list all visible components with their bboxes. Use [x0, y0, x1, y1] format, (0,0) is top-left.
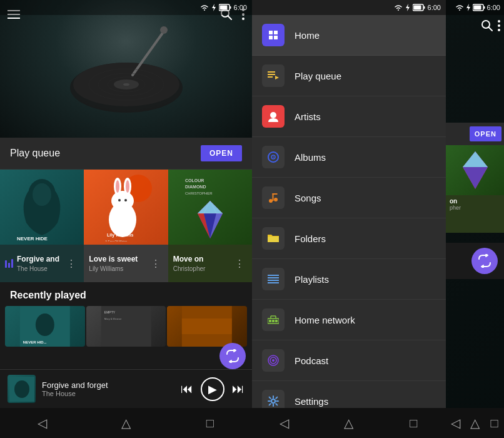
svg-line-16 — [228, 16, 232, 20]
playing-indicator — [5, 259, 13, 268]
menu-label-podcast: Podcast — [295, 355, 328, 366]
time-menu: 6:00 — [428, 4, 441, 11]
svg-marker-67 — [463, 151, 488, 167]
album-more-3[interactable]: ⋮ — [232, 255, 247, 272]
svg-point-84 — [274, 198, 278, 201]
svg-rect-72 — [274, 31, 278, 34]
back-nav-menu[interactable]: ◁ — [252, 408, 316, 438]
album-item-1[interactable]: NEVER HIDE for house Forgive and The Hou… — [0, 170, 84, 282]
album-info-3: Move on Christopher ⋮ — [168, 245, 252, 282]
svg-rect-1 — [229, 6, 231, 9]
menu-item-settings[interactable]: Settings — [252, 381, 446, 408]
svg-point-21 — [33, 183, 51, 206]
recent-item-3[interactable] — [167, 306, 247, 347]
albums-icon-wrap — [262, 146, 285, 168]
recently-played-items: NEVER HID... EMPTY Mary & Eleanor — [0, 306, 252, 350]
status-icons-left: 6:00 — [200, 4, 247, 11]
now-playing-thumbnail — [8, 375, 36, 403]
svg-text:Mary & Eleanor: Mary & Eleanor — [104, 317, 122, 320]
more-icon-right[interactable] — [498, 20, 500, 31]
album-text-3: Move on Christopher — [173, 255, 232, 273]
open-button[interactable]: OPEN — [201, 145, 242, 161]
album-more-2[interactable]: ⋮ — [148, 255, 163, 272]
svg-point-26 — [111, 191, 134, 211]
time-display-left: 6:00 — [234, 4, 247, 11]
album-subtitle-1: The House — [17, 265, 64, 272]
svg-rect-59 — [473, 6, 481, 10]
album-text-1: Forgive and The House — [17, 255, 64, 273]
repeat-btn-right[interactable] — [471, 248, 498, 274]
album-cover-2: Lily Williams A Few Of Water — [84, 170, 168, 245]
moveon-info-right: on pher — [446, 195, 504, 233]
svg-marker-40 — [198, 201, 223, 213]
time-display-right: 6:00 — [487, 4, 500, 11]
svg-rect-93 — [269, 320, 271, 322]
recents-nav-button[interactable]: □ — [168, 408, 252, 438]
svg-rect-14 — [8, 18, 20, 19]
bolt-icon-menu — [405, 4, 410, 11]
next-button[interactable]: ⏭ — [232, 382, 244, 396]
svg-point-101 — [272, 359, 275, 362]
playing-bar-1 — [5, 260, 7, 268]
prev-button[interactable]: ⏮ — [181, 382, 193, 396]
album-more-1[interactable]: ⋮ — [64, 255, 79, 272]
svg-rect-87 — [268, 237, 279, 242]
play-button[interactable]: ▶ — [201, 377, 224, 401]
home-nav-button[interactable]: △ — [84, 408, 168, 438]
menu-item-artists[interactable]: Artists — [252, 96, 446, 137]
recents-nav-menu[interactable]: □ — [381, 408, 446, 438]
svg-point-32 — [124, 199, 127, 201]
wifi-icon-right — [455, 4, 464, 11]
album-cover-3: COLOUR DIAMOND CHRISTOPHER — [168, 170, 252, 245]
battery-icon-right — [473, 4, 485, 11]
menu-item-home-network[interactable]: Home network — [252, 300, 446, 340]
menu-item-songs[interactable]: Songs — [252, 178, 446, 218]
search-icon-right[interactable] — [481, 20, 493, 31]
back-nav-right[interactable]: ◁ — [446, 408, 465, 438]
home-nav-menu[interactable]: △ — [316, 408, 381, 438]
settings-icon-wrap — [262, 390, 285, 408]
nav-bar-right: ◁ △ □ — [446, 408, 504, 438]
svg-text:NEVER HID...: NEVER HID... — [23, 340, 47, 344]
menu-item-play-queue[interactable]: Play queue — [252, 56, 446, 96]
svg-point-63 — [498, 24, 500, 27]
menu-label-folders: Folders — [295, 233, 326, 244]
open-btn-right-area: OPEN — [446, 123, 504, 145]
back-nav-button[interactable]: ◁ — [0, 408, 84, 438]
svg-point-102 — [271, 399, 275, 403]
silhouette-art: NEVER HIDE for house — [14, 173, 70, 242]
moveon-cover-right — [446, 145, 504, 195]
svg-point-62 — [498, 20, 500, 23]
album-subtitle-3: Christopher — [173, 265, 232, 272]
svg-point-8 — [160, 26, 168, 34]
folders-icon-wrap — [262, 227, 285, 250]
menu-label-network: Home network — [295, 315, 355, 325]
album-item-3[interactable]: COLOUR DIAMOND CHRISTOPHER — [168, 170, 252, 282]
diamond-art: COLOUR DIAMOND CHRISTOPHER — [182, 173, 238, 242]
menu-item-albums[interactable]: Albums — [252, 137, 446, 178]
home-nav-right[interactable]: △ — [465, 408, 485, 438]
menu-item-playlists[interactable]: Playlists — [252, 259, 446, 300]
moveon-album-right: on pher — [446, 145, 504, 233]
nav-bar-left: ◁ △ □ — [0, 408, 252, 438]
album-item-2[interactable]: Lily Williams A Few Of Water Love is swe… — [84, 170, 168, 282]
recents-nav-right[interactable]: □ — [485, 408, 504, 438]
repeat-button[interactable] — [219, 343, 246, 369]
open-button-right[interactable]: OPEN — [470, 126, 501, 141]
now-playing-artist: The House — [42, 390, 174, 397]
menu-item-podcast[interactable]: Podcast — [252, 340, 446, 381]
svg-text:Lily Williams: Lily Williams — [107, 233, 133, 238]
recent-item-1[interactable]: NEVER HID... — [5, 306, 85, 347]
svg-point-64 — [498, 29, 500, 31]
menu-item-home[interactable]: Home — [252, 15, 446, 56]
svg-rect-86 — [273, 193, 278, 195]
recent-item-2[interactable]: EMPTY Mary & Eleanor — [86, 306, 166, 347]
now-playing-controls: ⏮ ▶ ⏭ — [181, 377, 244, 401]
menu-item-folders[interactable]: Folders — [252, 218, 446, 259]
album-grid: NEVER HIDE for house Forgive and The Hou… — [0, 170, 252, 282]
status-bar-right: 6:00 — [446, 0, 504, 15]
album-cover-1: NEVER HIDE for house — [0, 170, 84, 245]
album-info-1: Forgive and The House ⋮ — [0, 245, 84, 282]
album-title-2: Love is sweet — [89, 255, 148, 265]
album-info-2: Love is sweet Lily Williams ⋮ — [84, 245, 168, 282]
